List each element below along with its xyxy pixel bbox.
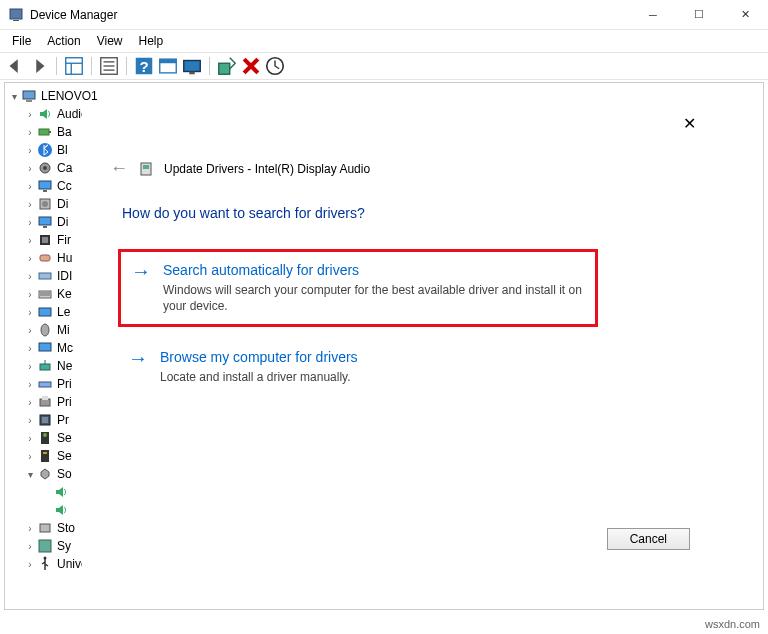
tree-item-label: Se [57,449,72,463]
svg-rect-43 [40,399,50,406]
toolbar-separator [91,57,92,75]
display-icon [37,214,53,230]
expand-arrow-icon[interactable]: › [23,412,37,428]
tree-item-label: Mi [57,323,70,337]
svg-point-53 [44,557,47,560]
expand-arrow-icon[interactable]: › [23,520,37,536]
svg-rect-32 [40,255,50,261]
maximize-button[interactable]: ☐ [676,0,722,30]
svg-point-38 [41,324,49,336]
properties-button[interactable] [98,55,120,77]
wizard-footer: Cancel [607,528,690,550]
expand-arrow-icon[interactable]: › [23,124,37,140]
svg-point-48 [43,433,47,437]
expand-arrow-icon[interactable]: › [23,214,37,230]
svg-rect-50 [43,452,47,454]
menu-file[interactable]: File [4,32,39,50]
close-button[interactable]: ✕ [722,0,768,30]
show-hide-tree-button[interactable] [63,55,85,77]
wizard-header: ← Update Drivers - Intel(R) Display Audi… [110,158,698,179]
device-icon [138,161,154,177]
expand-arrow-icon[interactable]: › [23,538,37,554]
window-title: Device Manager [30,8,630,22]
security-icon [37,430,53,446]
expand-arrow-icon[interactable]: › [23,304,37,320]
back-arrow-icon[interactable]: ← [110,158,128,179]
option-browse-computer[interactable]: → Browse my computer for drivers Locate … [118,339,598,395]
svg-rect-40 [40,364,50,370]
uninstall-button[interactable] [240,55,262,77]
watermark: wsxdn.com [705,618,760,630]
expand-arrow-icon[interactable]: › [23,430,37,446]
forward-button[interactable] [28,55,50,77]
tree-item-label: Cc [57,179,72,193]
svg-rect-20 [49,131,51,133]
back-button[interactable] [4,55,26,77]
expand-arrow-icon[interactable]: › [23,178,37,194]
arrow-right-icon: → [128,347,148,385]
mouse-icon [37,322,53,338]
tree-item-label: Le [57,305,70,319]
expand-arrow-icon[interactable]: › [23,322,37,338]
arrow-right-icon: → [131,260,151,314]
option-title: Browse my computer for drivers [160,349,358,365]
expand-arrow-icon[interactable]: › [23,232,37,248]
port-icon [37,376,53,392]
ide-icon [37,268,53,284]
expand-arrow-icon[interactable]: › [23,250,37,266]
expand-arrow-icon[interactable]: ▾ [23,466,37,482]
expand-arrow-icon[interactable]: › [23,376,37,392]
action-button[interactable] [157,55,179,77]
expand-arrow-icon[interactable]: › [23,340,37,356]
tree-item-label: Ne [57,359,72,373]
expand-arrow-icon[interactable]: › [23,268,37,284]
option-content: Search automatically for drivers Windows… [163,262,583,314]
update-driver-button[interactable] [216,55,238,77]
svg-rect-25 [43,190,47,192]
network-icon [37,358,53,374]
tree-item-label: Mc [57,341,73,355]
toolbar-separator [126,57,127,75]
tree-item-label: Pr [57,413,69,427]
toolbar-separator [209,57,210,75]
sensor-icon [37,448,53,464]
expand-arrow-icon[interactable]: › [23,394,37,410]
minimize-button[interactable]: ─ [630,0,676,30]
svg-rect-15 [219,63,230,74]
expand-arrow-icon[interactable]: › [23,556,37,572]
help-button[interactable]: ? [133,55,155,77]
speaker-icon [53,484,69,500]
usb-icon [37,556,53,572]
expand-arrow-icon[interactable]: › [23,286,37,302]
keyboard-icon [37,286,53,302]
svg-rect-55 [143,165,149,169]
tree-item-label: Ke [57,287,72,301]
lenovo-icon [37,304,53,320]
tree-item-label: Di [57,197,68,211]
view-button[interactable] [181,55,203,77]
software-icon [37,466,53,482]
title-bar: Device Manager ─ ☐ ✕ [0,0,768,30]
svg-rect-19 [39,129,49,135]
option-search-automatically[interactable]: → Search automatically for drivers Windo… [118,249,598,327]
expand-arrow-icon[interactable]: › [23,358,37,374]
wizard-close-button[interactable]: ✕ [683,114,696,133]
menu-action[interactable]: Action [39,32,88,50]
cancel-button[interactable]: Cancel [607,528,690,550]
menu-help[interactable]: Help [131,32,172,50]
wizard-title: Update Drivers - Intel(R) Display Audio [164,162,370,176]
scan-hardware-button[interactable] [264,55,286,77]
svg-rect-37 [39,308,51,316]
expand-arrow-icon[interactable]: › [23,448,37,464]
expand-arrow-icon[interactable]: › [23,142,37,158]
speaker-icon [53,502,69,518]
expand-arrow-icon[interactable]: › [23,196,37,212]
svg-rect-1 [13,20,19,21]
expand-arrow-icon[interactable]: ▾ [7,88,21,104]
tree-item-label: Pri [57,377,72,391]
expand-arrow-icon[interactable]: › [23,106,37,122]
svg-text:?: ? [139,58,148,75]
menu-view[interactable]: View [89,32,131,50]
tree-item-label: Fir [57,233,71,247]
expand-arrow-icon[interactable]: › [23,160,37,176]
